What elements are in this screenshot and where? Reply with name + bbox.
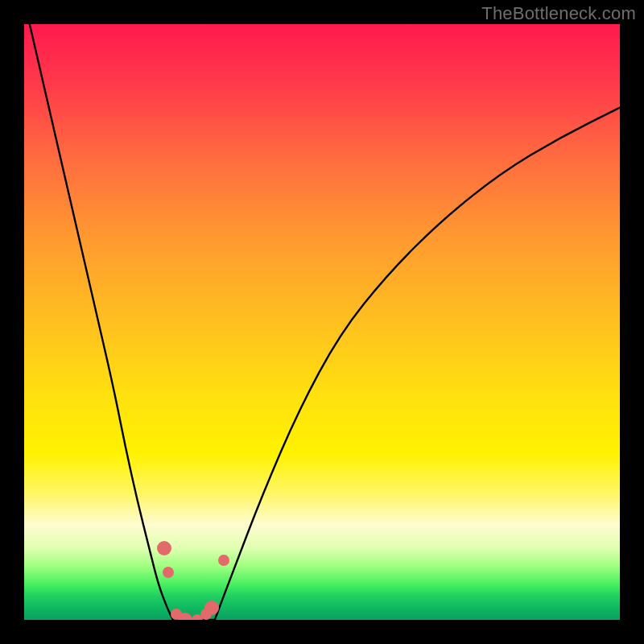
data-marker — [163, 567, 174, 578]
data-marker — [218, 555, 229, 566]
data-marker — [204, 601, 219, 615]
data-marker — [157, 541, 171, 555]
bottleneck-curve — [24, 24, 620, 620]
chart-frame: TheBottleneck.com — [0, 0, 644, 644]
curve-path — [24, 24, 620, 620]
watermark-text: TheBottleneck.com — [481, 3, 636, 24]
plot-area — [24, 24, 620, 620]
